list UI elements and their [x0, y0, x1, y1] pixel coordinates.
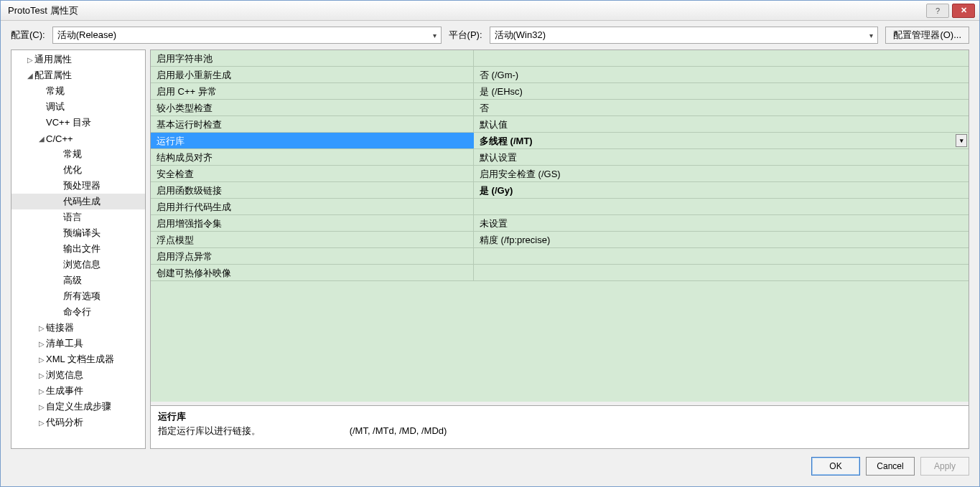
- property-value[interactable]: 默认值: [474, 116, 969, 132]
- config-manager-button[interactable]: 配置管理器(O)...: [885, 27, 969, 44]
- tree-item[interactable]: ▷XML 文档生成器: [11, 351, 145, 367]
- property-value[interactable]: 否 (/Gm-): [474, 67, 969, 82]
- tree-item[interactable]: 常规: [11, 146, 145, 162]
- config-label: 配置(C):: [11, 29, 45, 42]
- property-value[interactable]: 否: [474, 100, 969, 115]
- property-value[interactable]: [474, 50, 969, 66]
- property-name: 启用增强指令集: [151, 215, 474, 231]
- tree-item[interactable]: 调试: [11, 99, 145, 115]
- tree-item[interactable]: ▷浏览信息: [11, 367, 145, 383]
- tree-item[interactable]: 浏览信息: [11, 257, 145, 273]
- tree-item-label: 优化: [63, 164, 82, 176]
- tree-item[interactable]: ▷自定义生成步骤: [11, 399, 145, 415]
- tree-item-label: 预编译头: [63, 227, 101, 240]
- property-row[interactable]: 结构成员对齐默认设置: [151, 149, 969, 166]
- property-name: 启用字符串池: [151, 50, 474, 66]
- property-name: 启用 C++ 异常: [151, 83, 474, 99]
- tree-item[interactable]: ▷链接器: [11, 320, 145, 336]
- property-value[interactable]: 启用安全检查 (/GS): [474, 166, 969, 181]
- help-button[interactable]: ?: [926, 4, 949, 18]
- tree-caret-icon: ▷: [37, 340, 46, 348]
- property-row[interactable]: 启用并行代码生成: [151, 199, 969, 215]
- tree-item-label: C/C++: [46, 133, 73, 144]
- tree-item[interactable]: 优化: [11, 162, 145, 178]
- property-value[interactable]: 精度 (/fp:precise): [474, 232, 969, 247]
- tree-item-label: 代码分析: [46, 416, 83, 429]
- property-row[interactable]: 浮点模型精度 (/fp:precise): [151, 232, 969, 248]
- property-row[interactable]: 运行库多线程 (/MT)▾: [151, 133, 969, 149]
- tree-item-label: 语言: [63, 211, 82, 224]
- tree-item-label: 调试: [46, 100, 65, 113]
- tree-item-label: 生成事件: [46, 384, 83, 397]
- tree-item[interactable]: 语言: [11, 209, 145, 225]
- toolbar: 配置(C): 活动(Release) 平台(P): 活动(Win32) 配置管理…: [1, 21, 979, 49]
- close-button[interactable]: ✕: [952, 4, 975, 18]
- property-value[interactable]: 多线程 (/MT)▾: [474, 133, 969, 148]
- property-value[interactable]: 默认设置: [474, 149, 969, 165]
- tree-item[interactable]: ▷通用属性: [11, 52, 145, 67]
- tree-item[interactable]: ◢C/C++: [11, 131, 145, 146]
- property-value[interactable]: [474, 265, 969, 280]
- tree-item[interactable]: 代码生成: [11, 194, 145, 209]
- tree-item[interactable]: 输出文件: [11, 241, 145, 257]
- property-row[interactable]: 启用增强指令集未设置: [151, 215, 969, 232]
- tree-caret-icon: ◢: [26, 72, 34, 80]
- dropdown-icon[interactable]: ▾: [956, 134, 967, 147]
- description-panel: 运行库 指定运行库以进行链接。 (/MT, /MTd, /MD, /MDd): [151, 405, 969, 448]
- tree-item-label: 常规: [63, 148, 82, 161]
- platform-dropdown[interactable]: 活动(Win32): [490, 27, 879, 44]
- category-tree[interactable]: ▷通用属性◢配置属性常规调试VC++ 目录◢C/C++常规优化预处理器代码生成语…: [11, 49, 146, 449]
- tree-item[interactable]: ▷清单工具: [11, 336, 145, 351]
- footer: OK Cancel Apply: [1, 455, 979, 486]
- property-value[interactable]: 未设置: [474, 215, 969, 231]
- tree-item[interactable]: 命令行: [11, 304, 145, 320]
- tree-item[interactable]: VC++ 目录: [11, 115, 145, 131]
- property-row[interactable]: 较小类型检查否: [151, 100, 969, 116]
- tree-caret-icon: ▷: [37, 419, 46, 427]
- tree-item-label: VC++ 目录: [46, 116, 91, 129]
- platform-value: 活动(Win32): [495, 29, 546, 42]
- property-row[interactable]: 创建可热修补映像: [151, 265, 969, 281]
- tree-item-label: 高级: [63, 274, 82, 287]
- tree-item-label: 清单工具: [46, 337, 83, 350]
- config-dropdown[interactable]: 活动(Release): [52, 27, 442, 44]
- property-name: 结构成员对齐: [151, 149, 474, 165]
- tree-item-label: 链接器: [46, 321, 74, 334]
- property-row[interactable]: 启用字符串池: [151, 50, 969, 67]
- tree-caret-icon: ▷: [37, 403, 46, 411]
- tree-item[interactable]: ▷代码分析: [11, 415, 145, 430]
- property-value[interactable]: [474, 199, 969, 214]
- ok-button[interactable]: OK: [811, 457, 860, 476]
- tree-item[interactable]: 预编译头: [11, 225, 145, 241]
- property-row[interactable]: 安全检查启用安全检查 (/GS): [151, 166, 969, 182]
- apply-button[interactable]: Apply: [920, 457, 969, 476]
- property-name: 启用浮点异常: [151, 248, 474, 264]
- tree-item[interactable]: 所有选项: [11, 288, 145, 304]
- property-value[interactable]: 是 (/Gy): [474, 182, 969, 198]
- description-title: 运行库: [158, 410, 961, 423]
- property-row[interactable]: 启用最小重新生成否 (/Gm-): [151, 67, 969, 83]
- tree-item[interactable]: ◢配置属性: [11, 67, 145, 83]
- config-value: 活动(Release): [57, 29, 116, 42]
- property-row[interactable]: 基本运行时检查默认值: [151, 116, 969, 133]
- titlebar[interactable]: ProtoTest 属性页 ? ✕: [1, 1, 979, 21]
- property-row[interactable]: 启用函数级链接是 (/Gy): [151, 182, 969, 199]
- tree-item-label: 代码生成: [63, 195, 101, 208]
- property-row[interactable]: 启用浮点异常: [151, 248, 969, 265]
- property-name: 创建可热修补映像: [151, 265, 474, 280]
- property-value[interactable]: [474, 248, 969, 264]
- tree-caret-icon: ▷: [37, 324, 46, 332]
- property-name: 运行库: [151, 133, 474, 148]
- property-value[interactable]: 是 (/EHsc): [474, 83, 969, 99]
- property-name: 基本运行时检查: [151, 116, 474, 132]
- tree-caret-icon: ◢: [37, 135, 46, 143]
- property-row[interactable]: 启用 C++ 异常是 (/EHsc): [151, 83, 969, 100]
- property-panel: 启用字符串池启用最小重新生成否 (/Gm-)启用 C++ 异常是 (/EHsc)…: [150, 49, 969, 449]
- property-grid[interactable]: 启用字符串池启用最小重新生成否 (/Gm-)启用 C++ 异常是 (/EHsc)…: [151, 50, 969, 402]
- tree-item[interactable]: 预处理器: [11, 178, 145, 194]
- tree-item[interactable]: 常规: [11, 83, 145, 99]
- tree-item[interactable]: ▷生成事件: [11, 383, 145, 399]
- tree-caret-icon: ▷: [26, 56, 34, 64]
- tree-item[interactable]: 高级: [11, 273, 145, 288]
- cancel-button[interactable]: Cancel: [866, 457, 915, 476]
